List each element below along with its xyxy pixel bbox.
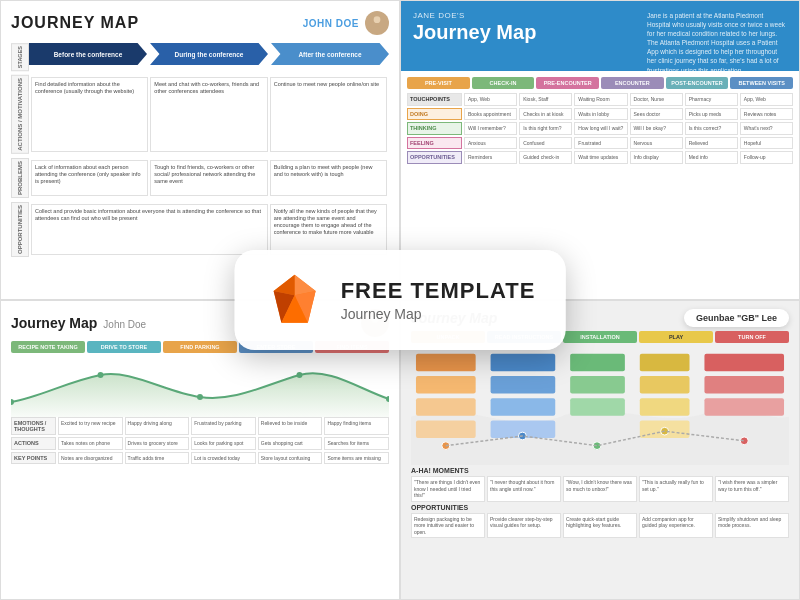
svg-point-0 <box>374 16 381 23</box>
tr-label-touchpoints: TOUCHPOINTS <box>407 93 462 106</box>
bl-em-1: Happy driving along <box>125 417 190 435</box>
bl-actions-label: ACTIONS <box>11 437 56 450</box>
op-0: Reminders <box>464 151 517 164</box>
tr-label-feeling: FEELING <box>407 137 462 150</box>
th-5: What's next? <box>740 122 793 135</box>
do-4: Picks up meds <box>685 108 738 121</box>
svg-rect-25 <box>704 376 784 393</box>
phase-1: CHECK-IN <box>472 77 535 89</box>
tc-0: App, Web <box>464 93 517 106</box>
bl-ac-4: Searches for items <box>324 437 389 450</box>
bl-title: Journey Map <box>11 315 97 331</box>
br-opp-4: Simplify shutdown and sleep mode process… <box>715 513 789 539</box>
avatar <box>365 11 389 35</box>
br-author-badge: Geunbae "GB" Lee <box>684 309 789 327</box>
br-moments: A-HA! MOMENTS "There are things I didn't… <box>401 467 799 538</box>
stage-after: After the conference <box>271 43 389 65</box>
svg-point-5 <box>98 372 104 378</box>
problems-cell-2: Building a plan to meet with people (new… <box>270 160 387 196</box>
do-1: Checks in at kiosk <box>519 108 572 121</box>
tr-label-doing: DOING <box>407 108 462 121</box>
bl-emotions-label: EMOTIONS / THOUGHTS <box>11 417 56 435</box>
svg-point-1 <box>371 26 383 33</box>
svg-rect-11 <box>416 398 476 415</box>
bl-actions-row: ACTIONS Takes notes on phone Drives to g… <box>11 437 389 450</box>
tr-description: Jane is a patient at the Atlanta Piedmon… <box>647 11 787 75</box>
fe-1: Confused <box>519 137 572 150</box>
bl-kp-0: Notes are disorganized <box>58 452 123 465</box>
bl-step-2: FIND PARKING <box>163 341 237 353</box>
problems-cell-1: Tough to find friends, co-workers or oth… <box>150 160 267 196</box>
th-4: Is this correct? <box>685 122 738 135</box>
tl-title: JOURNEY MAP <box>11 14 139 32</box>
br-mom-1: "I never thought about it from this angl… <box>487 476 561 502</box>
actions-cell-1: Meet and chat with co-workers, friends a… <box>150 77 267 152</box>
bl-kp-3: Store layout confusing <box>258 452 323 465</box>
fe-0: Anxious <box>464 137 517 150</box>
br-mom-0: "There are things I didn't even know I n… <box>411 476 485 502</box>
stage-before: Before the conference <box>29 43 147 65</box>
bl-em-0: Excited to try new recipe <box>58 417 123 435</box>
bl-ac-1: Drives to grocery store <box>125 437 190 450</box>
tr-main-title: Journey Map <box>413 22 637 42</box>
br-step-3: PLAY <box>639 331 713 343</box>
tc-3: Doctor, Nurse <box>630 93 683 106</box>
bl-em-3: Relieved to be inside <box>258 417 323 435</box>
fe-3: Nervous <box>630 137 683 150</box>
sketch-icon <box>265 270 325 330</box>
br-opp-2: Create quick-start guide highlighting ke… <box>563 513 637 539</box>
tc-5: App, Web <box>740 93 793 106</box>
bl-em-2: Frustrated by parking <box>191 417 256 435</box>
bl-chart <box>1 357 399 417</box>
problems-section: PROBLEMS Lack of information about each … <box>11 158 389 198</box>
th-3: Will I be okay? <box>630 122 683 135</box>
do-2: Waits in lobby <box>574 108 627 121</box>
bl-step-0: RECIPE NOTE TAKING <box>11 341 85 353</box>
stages-arrows: Before the conference During the confere… <box>29 43 389 71</box>
tr-label-opps: OPPORTUNITIES <box>407 151 462 164</box>
tr-row-opps: OPPORTUNITIES Reminders Guided check-in … <box>407 151 793 164</box>
th-2: How long will I wait? <box>574 122 627 135</box>
tc-1: Kiosk, Staff <box>519 93 572 106</box>
br-moments-row: "There are things I didn't even know I n… <box>411 476 789 502</box>
stages-section: STAGES Before the conference During the … <box>11 43 389 71</box>
br-opps-row: Redesign packaging to be more intuitive … <box>411 513 789 539</box>
stages-label: STAGES <box>11 43 29 71</box>
bl-step-1: DRIVE TO STORE <box>87 341 161 353</box>
problems-cell-0: Lack of information about each person at… <box>31 160 148 196</box>
phase-3: ENCOUNTER <box>601 77 664 89</box>
opps-cell-0: Collect and provide basic information ab… <box>31 204 268 255</box>
bl-kp-2: Lot is crowded today <box>191 452 256 465</box>
problems-label: PROBLEMS <box>11 158 29 198</box>
do-5: Reviews notes <box>740 108 793 121</box>
overlay-text: FREE TEMPLATE Journey Map <box>341 278 536 322</box>
svg-rect-17 <box>570 354 625 371</box>
tr-phases: PRE-VISIT CHECK-IN PRE-ENCOUNTER ENCOUNT… <box>407 77 793 89</box>
phase-2: PRE-ENCOUNTER <box>536 77 599 89</box>
bl-sections: EMOTIONS / THOUGHTS Excited to try new r… <box>1 417 399 464</box>
do-3: Sees doctor <box>630 108 683 121</box>
phase-5: BETWEEN VISITS <box>730 77 793 89</box>
svg-rect-18 <box>570 376 625 393</box>
br-mom-3: "This is actually really fun to set up." <box>639 476 713 502</box>
svg-rect-15 <box>491 398 556 415</box>
phase-0: PRE-VISIT <box>407 77 470 89</box>
tr-header-left: JANE DOE'S Journey Map <box>413 11 637 42</box>
op-1: Guided check-in <box>519 151 572 164</box>
overlay-panel: FREE TEMPLATE Journey Map <box>235 250 566 350</box>
bl-kp-4: Some items are missing <box>324 452 389 465</box>
bl-keypoints-row: KEY POINTS Notes are disorganized Traffi… <box>11 452 389 465</box>
tl-user: JOHN DOE <box>303 11 389 35</box>
tl-header: JOURNEY MAP JOHN DOE <box>11 11 389 35</box>
tr-header: JANE DOE'S Journey Map Jane is a patient… <box>401 1 799 71</box>
bl-emotions-row: EMOTIONS / THOUGHTS Excited to try new r… <box>11 417 389 435</box>
tr-patient-name: JANE DOE'S <box>413 11 637 20</box>
fe-4: Relieved <box>685 137 738 150</box>
svg-rect-10 <box>416 376 476 393</box>
op-3: Info display <box>630 151 683 164</box>
br-step-2: INSTALLATION <box>563 331 637 343</box>
th-0: Will I remember? <box>464 122 517 135</box>
bl-ac-3: Gets shopping cart <box>258 437 323 450</box>
br-opp-3: Add companion app for guided play experi… <box>639 513 713 539</box>
br-step-4: TURN OFF <box>715 331 789 343</box>
